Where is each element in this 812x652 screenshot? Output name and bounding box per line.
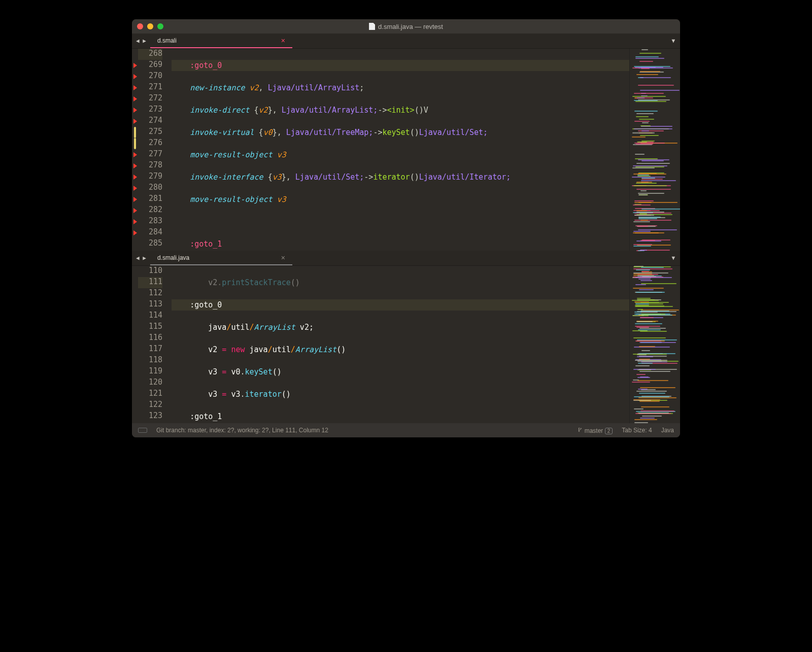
tab-d-smali[interactable]: d.smali × bbox=[150, 33, 292, 48]
label: :goto_0 bbox=[190, 61, 222, 70]
close-icon[interactable]: × bbox=[281, 254, 285, 262]
error-marker-icon bbox=[133, 230, 137, 235]
error-marker-icon bbox=[133, 119, 137, 124]
nav-back-forward[interactable]: ◀ ▶ bbox=[132, 251, 150, 265]
window-titlebar: d.smali.java — revtest bbox=[132, 19, 680, 33]
chevron-down-icon[interactable]: ▼ bbox=[666, 33, 680, 48]
window-title: d.smali.java — revtest bbox=[378, 23, 443, 30]
editor-window: d.smali.java — revtest ◀ ▶ d.smali × ▼ bbox=[132, 19, 680, 437]
tab-bar-bottom: ◀ ▶ d.smali.java × ▼ bbox=[132, 251, 680, 266]
tab-size-indicator[interactable]: Tab Size: 4 bbox=[622, 427, 652, 434]
editor-pane-2[interactable]: 1101111121131141151161171181191201211221… bbox=[132, 266, 680, 423]
change-marker-icon bbox=[134, 138, 136, 149]
document-icon bbox=[369, 23, 375, 30]
label: :goto_1 bbox=[190, 239, 222, 249]
git-branch-indicator[interactable]: master 2 bbox=[578, 427, 613, 434]
error-marker-icon bbox=[133, 186, 137, 191]
language-indicator[interactable]: Java bbox=[661, 427, 674, 434]
git-branch-icon bbox=[578, 427, 583, 433]
status-bar: Git branch: master, index: 2?, working: … bbox=[132, 423, 680, 437]
marker-gutter bbox=[132, 266, 138, 423]
error-marker-icon bbox=[133, 219, 137, 224]
error-marker-icon bbox=[133, 63, 137, 68]
minimap[interactable] bbox=[629, 266, 680, 423]
tab-label: d.smali bbox=[157, 37, 177, 44]
editor-pane-1[interactable]: 2682692702712722732742752762772782792802… bbox=[132, 49, 680, 251]
marker-gutter bbox=[132, 49, 138, 251]
label: :goto_0 bbox=[190, 300, 222, 310]
error-marker-icon bbox=[133, 197, 137, 202]
minimap[interactable] bbox=[629, 49, 680, 251]
nav-back-forward[interactable]: ◀ ▶ bbox=[132, 33, 150, 48]
code-area-1[interactable]: :goto_0 new-instance v2, Ljava/util/Arra… bbox=[167, 49, 629, 251]
line-number-gutter: 2682692702712722732742752762772782792802… bbox=[138, 49, 167, 251]
error-marker-icon bbox=[133, 175, 137, 180]
status-left: Git branch: master, index: 2?, working: … bbox=[156, 427, 328, 434]
chevron-down-icon[interactable]: ▼ bbox=[666, 251, 680, 265]
tab-d-smali-java[interactable]: d.smali.java × bbox=[150, 251, 292, 265]
tab-bar-top: ◀ ▶ d.smali × ▼ bbox=[132, 33, 680, 49]
code-area-2[interactable]: v2.printStackTrace() :goto_0 java/util/A… bbox=[167, 266, 629, 423]
error-marker-icon bbox=[133, 152, 137, 157]
error-marker-icon bbox=[133, 163, 137, 168]
error-marker-icon bbox=[133, 85, 137, 90]
tab-label: d.smali.java bbox=[157, 254, 189, 261]
kw: new-instance bbox=[190, 83, 245, 92]
line-number-gutter: 1101111121131141151161171181191201211221… bbox=[138, 266, 167, 423]
change-marker-icon bbox=[134, 127, 136, 138]
error-marker-icon bbox=[133, 96, 137, 101]
error-marker-icon bbox=[133, 108, 137, 113]
error-marker-icon bbox=[133, 208, 137, 213]
error-marker-icon bbox=[133, 74, 137, 79]
panel-toggle-icon[interactable] bbox=[138, 428, 147, 433]
close-icon[interactable]: × bbox=[281, 37, 285, 45]
